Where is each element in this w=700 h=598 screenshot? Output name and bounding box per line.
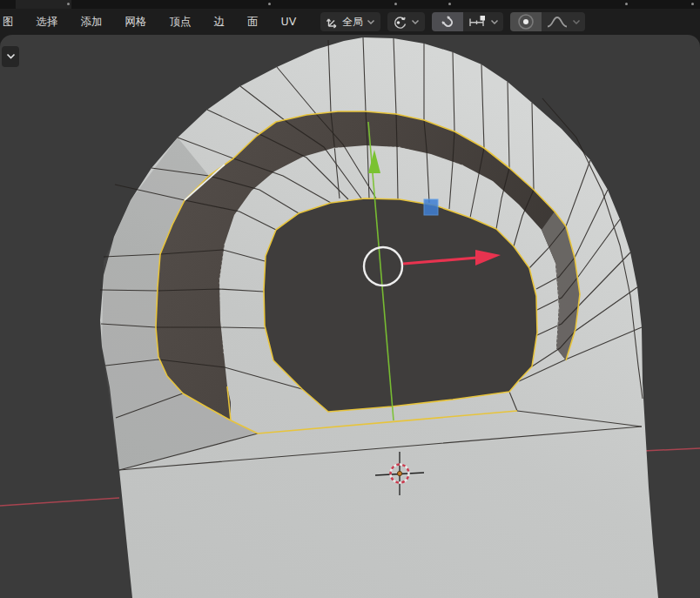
menu-edge[interactable]: 边 (214, 9, 225, 35)
object-origin-dot (397, 471, 401, 475)
falloff-curve-icon (546, 15, 569, 30)
viewport-header: 图 选择 添加 网格 顶点 边 面 UV 全局 (0, 9, 700, 35)
menu-vertex[interactable]: 顶点 (170, 9, 192, 35)
chevron-down-icon (572, 19, 581, 25)
topbar-dot (448, 3, 451, 5)
viewport-canvas[interactable] (0, 35, 700, 598)
pivot-point-dropdown[interactable] (387, 12, 425, 31)
chevron-down-icon (367, 19, 375, 25)
proportional-editing-toggle[interactable] (510, 12, 542, 31)
menu-add[interactable]: 添加 (81, 9, 103, 35)
menu-select[interactable]: 选择 (37, 9, 58, 35)
chevron-down-icon (6, 53, 16, 60)
transform-orientation-label: 全局 (342, 15, 363, 30)
chevron-down-icon (411, 19, 420, 25)
corner-notch (0, 35, 12, 47)
pivot-point-icon (393, 15, 407, 30)
snap-target-dropdown[interactable] (463, 12, 503, 31)
topbar-dot (268, 3, 271, 5)
3d-viewport[interactable] (0, 35, 700, 598)
mesh-hole (264, 198, 537, 412)
topbar-dot (691, 3, 694, 5)
transform-orientation-dropdown[interactable]: 全局 (320, 12, 380, 31)
snap-magnet-toggle[interactable] (432, 12, 463, 31)
mesh-object[interactable] (100, 37, 658, 598)
chevron-down-icon (490, 19, 499, 25)
collapsed-panel-button[interactable] (2, 46, 19, 67)
header-menus: 图 选择 添加 网格 顶点 边 面 UV (0, 9, 296, 35)
corner-notch (688, 35, 700, 47)
magnet-icon (441, 15, 455, 30)
topbar-dot (625, 3, 628, 5)
topbar-dot (67, 3, 70, 5)
proportional-editing-icon (517, 13, 535, 30)
menu-view[interactable]: 图 (3, 9, 14, 35)
proportional-editing-group (510, 12, 585, 31)
topbar-active-tab (16, 0, 71, 9)
gizmo-plane-handle[interactable] (424, 199, 438, 215)
snap-increment-icon (468, 15, 487, 30)
snap-group (432, 12, 503, 31)
topbar-dot (394, 3, 397, 5)
orientation-axes-icon (326, 16, 339, 29)
falloff-dropdown[interactable] (542, 12, 585, 31)
menu-face[interactable]: 面 (247, 9, 259, 35)
topbar-strip (0, 0, 700, 9)
menu-uv[interactable]: UV (281, 9, 297, 35)
menu-mesh[interactable]: 网格 (125, 9, 147, 35)
blender-window: { "topbar": {"note_dots": 5}, "header": … (0, 0, 700, 598)
